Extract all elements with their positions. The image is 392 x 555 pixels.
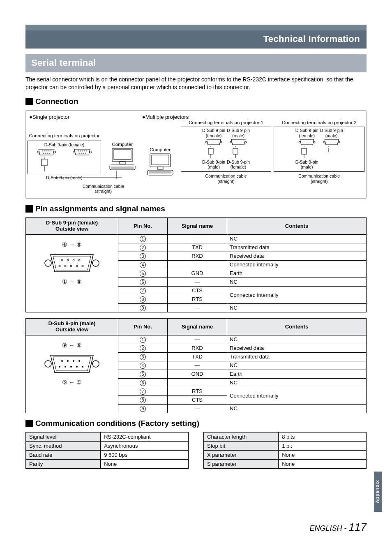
connection-diagram: ●Single projector Connecting terminals o… [25, 110, 367, 199]
svg-point-8 [45, 153, 46, 154]
sig-name: — [168, 378, 227, 387]
svg-point-67 [70, 265, 72, 267]
pin-circle: 3 [140, 253, 146, 259]
svg-point-4 [46, 150, 47, 151]
section-title: Serial terminal [25, 54, 367, 72]
sig-name: — [168, 404, 227, 413]
comm-key: Signal level [26, 432, 101, 441]
dsub-port-icon [323, 139, 340, 146]
contents: Earth [227, 269, 367, 278]
comm-key: Baud rate [26, 450, 101, 459]
svg-rect-39 [157, 167, 163, 169]
pin-circle: 9 [140, 305, 146, 311]
pin-circle: 8 [140, 296, 146, 303]
th-view-m: D-Sub 9-pin (male) Outside view [26, 318, 118, 335]
comm-val: RS-232C-compliant [101, 432, 189, 441]
plug-icon [320, 146, 337, 152]
dsub-male-icon [43, 353, 101, 375]
sig-name: CTS [168, 286, 227, 295]
svg-point-56 [338, 141, 340, 143]
svg-rect-43 [208, 148, 213, 154]
svg-point-77 [65, 366, 66, 368]
pin-table-male: D-Sub 9-pin (male) Outside view Pin No. … [25, 318, 367, 413]
comm-val: 9 600 bps [101, 450, 189, 459]
comm-key: Parity [26, 459, 101, 468]
pin-table-female: D-Sub 9-pin (female) Outside view Pin No… [25, 217, 367, 312]
page-title-bar: Technical Information [25, 25, 367, 49]
svg-rect-48 [233, 148, 238, 154]
communication-conditions: Signal levelRS-232C-compliant Sync. meth… [25, 432, 367, 469]
page-number: 117 [349, 521, 367, 533]
pin-circle: 3 [140, 354, 146, 360]
svg-point-72 [61, 360, 63, 362]
cable-line-icon [30, 157, 98, 171]
comm-val: None [279, 459, 367, 468]
pin-circle: 7 [140, 288, 146, 294]
pin-no: 1 [118, 234, 168, 243]
sig-name: — [168, 234, 227, 243]
svg-point-70 [45, 361, 51, 367]
pin-circle: 2 [140, 345, 146, 352]
th-cont: Contents [227, 318, 367, 335]
svg-point-41 [220, 141, 222, 143]
single-projector-label: ●Single projector [29, 114, 142, 120]
svg-rect-31 [120, 162, 125, 164]
dsub-f-small: D-Sub 9-pin (female) [295, 128, 318, 138]
dsub-port-icon [73, 148, 92, 156]
dsub-port-icon [205, 139, 222, 146]
pin-dir-f-bot: ① → ⑤ [28, 278, 115, 285]
svg-rect-53 [302, 148, 307, 154]
contents: NC [227, 278, 367, 286]
svg-point-3 [44, 150, 45, 151]
svg-point-13 [78, 150, 79, 151]
comm-val: 1 bit [279, 441, 367, 450]
sig-name: RXD [168, 344, 227, 352]
svg-point-61 [61, 259, 63, 261]
computer-icon [109, 148, 136, 171]
svg-rect-26 [114, 150, 131, 160]
pin-circle: 6 [140, 380, 146, 386]
conn-term-on-projector: Connecting terminals on projector [28, 133, 101, 139]
sig-name: — [168, 335, 227, 344]
contents: Connected internally [227, 387, 367, 404]
svg-point-80 [82, 366, 83, 368]
svg-point-78 [70, 366, 72, 368]
contents: NC [227, 361, 367, 370]
svg-point-12 [90, 151, 92, 153]
contents: Connected internally [227, 286, 367, 303]
subhead-comm-label: Communication conditions (Factory settin… [35, 419, 199, 428]
comm-key: Sync. method [26, 441, 101, 450]
svg-point-64 [78, 259, 80, 261]
contents: NC [227, 234, 367, 243]
svg-point-71 [92, 361, 99, 367]
th-view-f: D-Sub 9-pin (female) Outside view [26, 217, 118, 234]
comm-key: Stop bit [204, 441, 279, 450]
svg-point-74 [73, 360, 74, 362]
svg-point-63 [73, 259, 74, 261]
pin-circle: 4 [140, 262, 146, 268]
th-pin: Pin No. [118, 217, 168, 234]
intro-text: The serial connector which is on the con… [25, 76, 367, 91]
computer-label: Computer [142, 147, 178, 153]
dsub-m-small: D-Sub 9-pin (male) [295, 160, 318, 170]
comm-table-right: Character length8 bits Stop bit1 bit X p… [203, 432, 367, 469]
contents: NC [227, 303, 367, 312]
svg-point-0 [37, 151, 39, 153]
svg-point-20 [83, 153, 84, 154]
svg-point-59 [45, 260, 51, 266]
dsub-m-small: D-Sub 9-pin (male) [202, 160, 225, 170]
pin-circle: 8 [140, 397, 146, 403]
dsub-port-icon [230, 139, 247, 146]
svg-point-75 [78, 360, 80, 362]
sig-name: — [168, 361, 227, 370]
pin-circle: 1 [140, 236, 146, 242]
multiple-projectors-label: ●Multiple projectors [142, 114, 364, 120]
view-diagram-female: ⑥ → ⑨ ① → ⑤ [26, 234, 118, 312]
svg-point-62 [67, 259, 69, 261]
sig-name: RTS [168, 387, 227, 395]
view-diagram-male: ⑨ ← ⑥ ⑤ ← ① [26, 335, 118, 413]
svg-point-73 [67, 360, 69, 362]
svg-point-45 [230, 141, 232, 143]
svg-point-60 [92, 260, 99, 266]
pin-dir-m-bot: ⑤ ← ① [28, 379, 115, 386]
